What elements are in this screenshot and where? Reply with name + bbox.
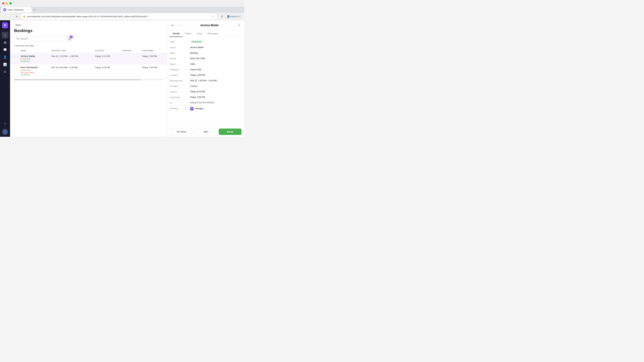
title-bar — [0, 0, 244, 7]
detail-tabs: Details Notes Visits Messages — [167, 30, 244, 37]
reload-button[interactable]: ↻ — [14, 14, 20, 19]
field-label-alerted: Alerted — [170, 90, 190, 93]
field-row-created: Created Today, 2:06 PM — [170, 72, 242, 78]
row-customer-cell: Jemina Madie Just now Confirmed — [18, 53, 49, 64]
row-booking-time: Feb 19, 8:00 AM – 8:30 AM — [49, 64, 92, 78]
back-label: Back — [16, 24, 21, 26]
tab-visits[interactable]: Visits — [194, 30, 205, 37]
field-label-phone: Phone — [170, 57, 190, 60]
field-row-notes: Notes Cake — [170, 61, 242, 67]
sidebar-item-settings[interactable]: ⚙ — [2, 68, 8, 75]
field-label-duration: Duration — [170, 85, 190, 87]
field-label-id: ID — [170, 101, 190, 104]
sidebar-item-chat[interactable]: 💬 — [2, 46, 8, 53]
tab-close-button[interactable]: × — [26, 8, 30, 11]
tab-notes[interactable]: Notes — [182, 30, 194, 37]
table-row[interactable]: ☐ Sam Hemsworth Just now Message failed … — [10, 64, 167, 78]
field-row-state: State Booking — [170, 50, 242, 56]
address-bar[interactable]: 🔒 new.waitwhile.com/visits?visitState=bo… — [20, 13, 217, 20]
incognito-button[interactable]: Incognito (2) — [232, 14, 237, 19]
field-row-duration: Duration 2 hours — [170, 83, 242, 89]
sidebar-item-calendar[interactable]: ▦ — [2, 39, 8, 46]
no-show-button[interactable]: No Show — [170, 129, 193, 135]
window-maximize-button[interactable] — [10, 2, 12, 4]
field-row-phone: Phone (610) 234-7506 — [170, 56, 242, 61]
sidebar-item-help[interactable]: ? — [2, 121, 8, 128]
status-badge: Confirmed — [20, 74, 46, 76]
search-filter-row: 🔍 ⊙ 2 — [10, 36, 167, 42]
download-button[interactable]: ⬇ — [219, 14, 225, 19]
window-minimize-button[interactable] — [6, 2, 8, 4]
window-close-button[interactable] — [2, 2, 4, 4]
tab-bar: W Visits | Waitwhile × + — [0, 7, 244, 13]
alert-button[interactable]: Alert — [194, 129, 218, 135]
detail-fields: Tags Confirmed Name Jemina Madie State B… — [167, 37, 244, 126]
search-input[interactable] — [20, 37, 62, 40]
address-actions: ☆ — [210, 14, 215, 18]
main-header: ‹ Back — [10, 20, 167, 27]
field-row-alerted: Alerted Today, 9:13 PM — [170, 89, 242, 94]
tab-favicon: W — [3, 8, 6, 11]
detail-header: ✏ ··· Jemina Madie × — [167, 20, 244, 30]
more-options-button[interactable]: ··· — [176, 23, 182, 28]
sub-time: Just now — [22, 58, 30, 60]
field-row-confirmed: Confirmed Today, 2:06 PM — [170, 94, 242, 100]
avatar[interactable]: 👤 — [2, 129, 8, 135]
tag-confirmed: Confirmed — [190, 40, 202, 43]
moodjoy-icon: M — [190, 107, 194, 111]
window-controls — [2, 2, 12, 4]
customer-sub: Just now — [20, 69, 46, 71]
horizontal-scrollbar[interactable] — [10, 79, 167, 81]
forward-nav-button[interactable]: → — [8, 14, 13, 19]
sidebar-item-home[interactable]: ⌂ — [2, 32, 8, 38]
field-row-added-by: Added by Lauren Deli — [170, 67, 242, 72]
sidebar-item-analytics[interactable]: 📊 — [2, 61, 8, 68]
back-nav-button[interactable]: ← — [1, 14, 7, 19]
bookings-info: 2 bookings left today — [10, 44, 167, 47]
col-arrived: ARRIVED — [120, 48, 139, 53]
sidebar-item-contacts[interactable]: 👤 — [2, 54, 8, 60]
tab-messages[interactable]: Messages — [205, 30, 221, 37]
col-name: NAME — [18, 48, 49, 53]
row-alerted: Today, 9:13 PM — [92, 53, 120, 64]
address-bar-row: ← → ↻ 🔒 new.waitwhile.com/visits?visitSt… — [0, 13, 244, 20]
field-label-created: Created — [170, 74, 190, 76]
scrollbar-thumb[interactable] — [14, 79, 141, 80]
field-value-duration: 2 hours — [190, 85, 242, 87]
field-value-state: Booking — [190, 52, 242, 54]
field-value-booking-time: Feb 15, 1:30 PM – 3:30 PM — [190, 79, 242, 82]
new-tab-button[interactable]: + — [32, 7, 37, 12]
field-label-tags: Tags — [170, 40, 190, 43]
detail-close-button[interactable]: × — [237, 23, 242, 28]
lock-icon: 🔒 — [23, 15, 26, 17]
table-row[interactable]: ☐ Jemina Madie Just now Confirmed Feb 15… — [10, 53, 167, 64]
field-label-moodjoy: Moodjoy — [170, 107, 190, 110]
field-label-confirmed: Confirmed — [170, 96, 190, 98]
row-arrived — [120, 64, 139, 78]
field-value-name: Jemina Madie — [190, 46, 242, 49]
field-row-booking-time: Booking time Feb 15, 1:30 PM – 3:30 PM — [170, 78, 242, 83]
serve-button[interactable]: Serve — [219, 129, 242, 135]
col-alerted: ALERTED — [92, 48, 120, 53]
main-content: ‹ Back Bookings 🔍 ⊙ 2 2 bookings left to… — [10, 20, 167, 137]
bookings-table: NAME BOOKING TIME ALERTED ARRIVED CONFIR… — [10, 48, 167, 78]
menu-button[interactable]: ⋮ — [238, 14, 243, 19]
back-button[interactable]: ‹ Back — [14, 23, 21, 27]
field-value-created: Today, 2:06 PM — [190, 74, 242, 76]
detail-panel: ✏ ··· Jemina Madie × Details Notes Visit… — [167, 20, 244, 137]
row-checkbox[interactable]: ☐ — [10, 64, 18, 78]
customer-sub: Just now — [20, 58, 46, 60]
field-row-moodjoy: Moodjoy M Moodjoy — [170, 106, 242, 112]
tab-details[interactable]: Details — [170, 30, 182, 37]
row-checkbox[interactable]: ☐ — [10, 53, 18, 64]
edit-button[interactable]: ✏ — [170, 23, 175, 28]
row-arrived — [120, 53, 139, 64]
filter-button[interactable]: ⊙ 2 — [66, 36, 72, 42]
status-dot-icon — [20, 58, 22, 60]
detail-title: Jemina Madie — [183, 24, 236, 27]
sidebar: M ⌂ ▦ 💬 👤 📊 ⚙ ? 👤 — [0, 20, 10, 137]
browser-tab[interactable]: W Visits | Waitwhile × — [1, 7, 32, 12]
customer-name: Jemina Madie — [20, 55, 46, 57]
bookmark-button[interactable]: ☆ — [210, 14, 215, 18]
row-alerted: Today, 9:13 PM — [92, 64, 120, 78]
